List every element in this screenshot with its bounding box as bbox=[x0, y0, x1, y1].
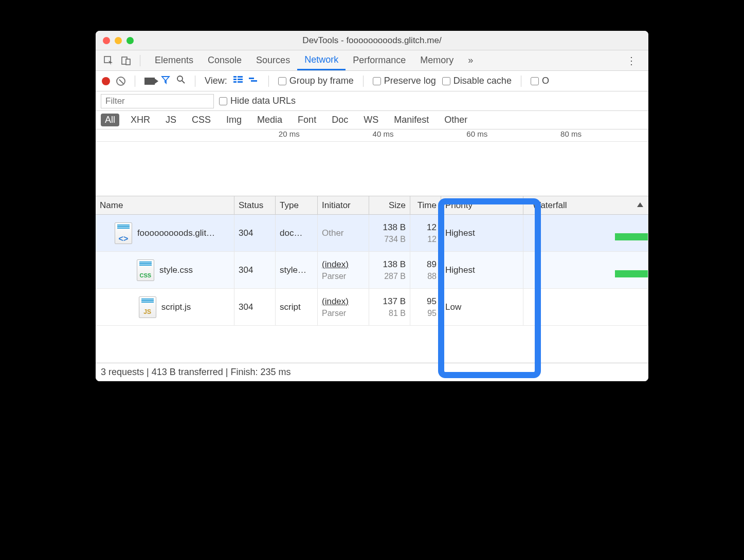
tab-console[interactable]: Console bbox=[201, 50, 249, 70]
filter-toggle-icon[interactable] bbox=[161, 75, 170, 87]
inspect-element-icon[interactable] bbox=[102, 54, 115, 67]
divider bbox=[363, 76, 364, 87]
request-row[interactable]: JSscript.js304script(index)Parser137 B81… bbox=[96, 289, 648, 326]
svg-rect-8 bbox=[238, 79, 243, 80]
svg-point-3 bbox=[177, 76, 183, 81]
svg-rect-5 bbox=[233, 76, 237, 78]
file-type-icon: <> bbox=[115, 222, 132, 244]
timeline-tick: 20 ms bbox=[279, 129, 300, 138]
search-icon[interactable] bbox=[176, 75, 186, 87]
type-filter-other[interactable]: Other bbox=[440, 114, 471, 126]
col-status-header[interactable]: Status bbox=[234, 196, 276, 214]
type-filter-media[interactable]: Media bbox=[253, 114, 286, 126]
request-priority: Highest bbox=[441, 215, 523, 251]
type-filter-js[interactable]: JS bbox=[161, 114, 180, 126]
request-grid: <>fooooooooods.glit…304doc…Other138 B734… bbox=[96, 215, 648, 326]
large-rows-icon[interactable] bbox=[233, 76, 243, 86]
request-type: script bbox=[276, 289, 318, 325]
request-initiator: (index)Parser bbox=[318, 289, 369, 325]
filter-bar: Hide data URLs bbox=[96, 91, 648, 111]
col-name-header[interactable]: Name bbox=[96, 196, 234, 214]
more-tabs-icon[interactable]: » bbox=[468, 55, 473, 66]
type-filter-img[interactable]: Img bbox=[222, 114, 246, 126]
disable-cache-label: Disable cache bbox=[453, 76, 512, 86]
tab-memory[interactable]: Memory bbox=[413, 50, 461, 70]
tab-network[interactable]: Network bbox=[297, 50, 346, 70]
divider bbox=[135, 76, 135, 87]
preserve-log-checkbox[interactable]: Preserve log bbox=[373, 76, 436, 86]
col-initiator-header[interactable]: Initiator bbox=[318, 196, 369, 214]
divider bbox=[268, 76, 269, 87]
status-strip: 3 requests | 413 B transferred | Finish:… bbox=[96, 363, 648, 381]
request-size: 137 B81 B bbox=[369, 289, 410, 325]
timeline-tick: 80 ms bbox=[560, 129, 582, 138]
hide-data-urls-checkbox[interactable]: Hide data URLs bbox=[219, 96, 296, 106]
col-time-header[interactable]: Time bbox=[410, 196, 441, 214]
request-row[interactable]: <>fooooooooods.glit…304doc…Other138 B734… bbox=[96, 215, 648, 252]
request-status: 304 bbox=[234, 252, 276, 288]
timeline-tick: 60 ms bbox=[466, 129, 487, 138]
type-filter-all[interactable]: All bbox=[101, 114, 119, 126]
hide-data-urls-label: Hide data URLs bbox=[230, 96, 296, 106]
divider bbox=[521, 76, 521, 87]
record-icon[interactable] bbox=[102, 77, 110, 85]
timeline-overview[interactable]: 20 ms40 ms60 ms80 ms100 ms bbox=[96, 129, 648, 196]
disable-cache-checkbox[interactable]: Disable cache bbox=[442, 76, 512, 86]
request-initiator: (index)Parser bbox=[318, 252, 369, 288]
request-waterfall bbox=[523, 215, 648, 251]
titlebar: DevTools - fooooooooods.glitch.me/ bbox=[96, 31, 648, 50]
tab-elements[interactable]: Elements bbox=[148, 50, 201, 70]
request-type: style… bbox=[276, 252, 318, 288]
svg-rect-2 bbox=[126, 59, 130, 65]
request-priority: Highest bbox=[441, 252, 523, 288]
timeline-tick: 40 ms bbox=[373, 129, 394, 138]
preserve-log-label: Preserve log bbox=[384, 76, 436, 86]
type-filter-ws[interactable]: WS bbox=[359, 114, 383, 126]
minimize-window-icon[interactable] bbox=[115, 37, 122, 44]
request-waterfall bbox=[523, 289, 648, 325]
type-filter-css[interactable]: CSS bbox=[188, 114, 215, 126]
overview-icon[interactable] bbox=[249, 76, 259, 86]
settings-menu-icon[interactable]: ⋮ bbox=[621, 54, 642, 67]
svg-rect-6 bbox=[238, 76, 243, 78]
traffic-lights bbox=[96, 37, 134, 44]
close-window-icon[interactable] bbox=[103, 37, 110, 44]
col-waterfall-header[interactable]: Waterfall bbox=[523, 196, 648, 214]
request-time: 8988 bbox=[410, 252, 441, 288]
window-title: DevTools - fooooooooods.glitch.me/ bbox=[96, 35, 648, 46]
col-type-header[interactable]: Type bbox=[276, 196, 318, 214]
svg-rect-12 bbox=[251, 80, 257, 82]
svg-line-4 bbox=[182, 81, 185, 83]
svg-rect-9 bbox=[233, 81, 237, 83]
file-type-icon: JS bbox=[139, 296, 156, 318]
col-size-header[interactable]: Size bbox=[369, 196, 410, 214]
request-name: style.css bbox=[159, 265, 193, 275]
group-by-frame-checkbox[interactable]: Group by frame bbox=[278, 76, 354, 86]
request-initiator: Other bbox=[318, 215, 369, 251]
request-priority: Low bbox=[441, 289, 523, 325]
request-row[interactable]: CSSstyle.css304style…(index)Parser138 B2… bbox=[96, 252, 648, 289]
type-filter-doc[interactable]: Doc bbox=[328, 114, 352, 126]
sort-asc-icon bbox=[637, 202, 643, 207]
devtools-window: DevTools - fooooooooods.glitch.me/ Eleme… bbox=[96, 31, 648, 381]
type-filter-font[interactable]: Font bbox=[294, 114, 320, 126]
offline-checkbox[interactable]: O bbox=[531, 76, 549, 86]
type-filter-xhr[interactable]: XHR bbox=[126, 114, 154, 126]
group-by-frame-label: Group by frame bbox=[289, 76, 354, 86]
type-filter-manifest[interactable]: Manifest bbox=[390, 114, 433, 126]
tab-sources[interactable]: Sources bbox=[249, 50, 297, 70]
device-toolbar-icon[interactable] bbox=[119, 54, 133, 67]
col-priority-header[interactable]: Priority bbox=[441, 196, 523, 214]
clear-icon[interactable] bbox=[116, 77, 125, 86]
svg-rect-7 bbox=[233, 79, 237, 80]
tab-performance[interactable]: Performance bbox=[346, 50, 413, 70]
divider bbox=[140, 55, 140, 66]
screenshot-icon[interactable] bbox=[144, 78, 155, 85]
filter-input[interactable] bbox=[101, 94, 214, 108]
empty-row bbox=[96, 326, 648, 363]
request-time: 9595 bbox=[410, 289, 441, 325]
zoom-window-icon[interactable] bbox=[126, 37, 134, 44]
request-size: 138 B734 B bbox=[369, 215, 410, 251]
request-status: 304 bbox=[234, 289, 276, 325]
request-status: 304 bbox=[234, 215, 276, 251]
